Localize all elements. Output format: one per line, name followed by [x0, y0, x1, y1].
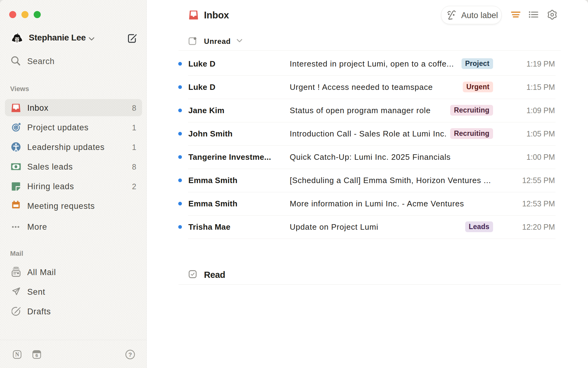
svg-text:?: ? [128, 351, 132, 358]
svg-text:6: 6 [36, 353, 38, 358]
svg-text:N: N [15, 351, 19, 358]
